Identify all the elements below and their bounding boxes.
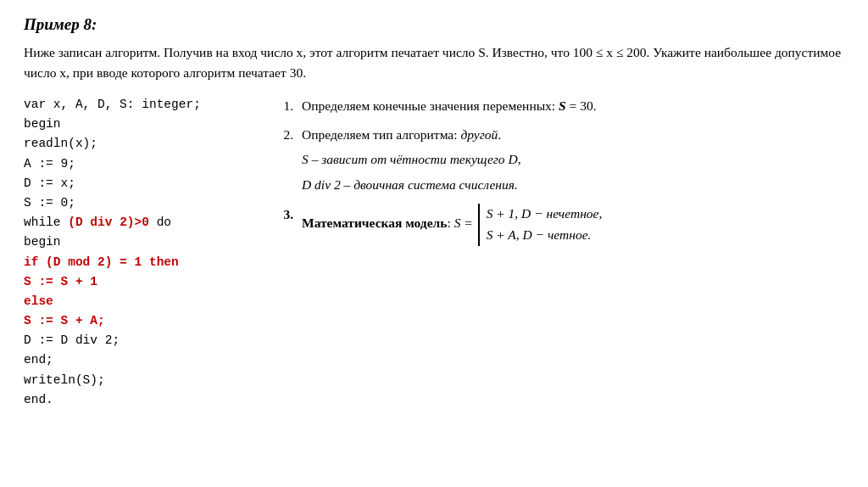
step-2-text-pre: Определяем тип алгоритма: xyxy=(302,127,460,142)
code-line-7-post: do xyxy=(149,216,171,229)
code-line-2: begin xyxy=(24,117,61,131)
step-2-num: 2. xyxy=(273,124,293,146)
step-1-text-pre: Определяем конечные значения переменных: xyxy=(302,98,559,113)
step-1-rest: = 30. xyxy=(566,98,597,113)
code-line-11-kw: else xyxy=(24,294,53,308)
code-block: var x, A, D, S: integer; begin readln(x)… xyxy=(24,95,253,410)
code-line-15: writeln(S); xyxy=(24,373,105,387)
step-3-content: Математическая модель: S = S + 1, D − не… xyxy=(302,204,844,246)
step-2-subline-2: D div 2 – двоичная система счисления. xyxy=(302,174,844,196)
code-line-14: end; xyxy=(24,353,53,367)
brace-line-2: S + A, D − четное. xyxy=(487,225,603,246)
code-line-16: end. xyxy=(24,393,53,406)
step-3-s-eq: S = xyxy=(454,216,476,231)
step-1: 1. Определяем конечные значения переменн… xyxy=(273,95,844,117)
code-line-9-cond: (D mod 2) = 1 then xyxy=(46,255,179,269)
step-2: 2. Определяем тип алгоритма: другой. S –… xyxy=(273,124,844,196)
code-line-3: readln(x); xyxy=(24,137,97,150)
code-line-7-pre: while xyxy=(24,216,68,229)
step-1-content: Определяем конечные значения переменных:… xyxy=(302,95,844,117)
code-line-8: begin xyxy=(24,235,61,249)
code-line-12-code: S := S + A; xyxy=(24,314,105,327)
code-line-5: D := x; xyxy=(24,176,75,190)
step-2-subline-1: S – зависит от чётности текущего D, xyxy=(302,148,844,171)
title: Пример 8: xyxy=(24,15,844,34)
main-layout: var x, A, D, S: integer; begin readln(x)… xyxy=(24,95,844,410)
step-1-num: 1. xyxy=(273,95,293,117)
intro-text: Ниже записан алгоритм. Получив на вход ч… xyxy=(24,42,844,83)
code-line-4: A := 9; xyxy=(24,157,75,171)
step-3-brace-block: S + 1, D − нечетное, S + A, D − четное. xyxy=(478,204,603,246)
step-3: 3. Математическая модель: S = S + 1, D −… xyxy=(273,204,844,246)
step-3-label: Математическая модель: xyxy=(302,216,454,231)
right-panel: 1. Определяем конечные значения переменн… xyxy=(273,95,844,253)
code-line-1: var x, A, D, S: integer; xyxy=(24,98,201,111)
step-2-content: Определяем тип алгоритма: другой. S – за… xyxy=(302,124,844,196)
step-3-num: 3. xyxy=(273,204,293,226)
code-line-13: D := D div 2; xyxy=(24,333,120,347)
code-line-7-cond: (D div 2)>0 xyxy=(68,216,149,229)
step-3-label-bold: Математическая модель xyxy=(302,216,447,231)
code-line-6: S := 0; xyxy=(24,196,75,210)
step-2-italic: другой xyxy=(460,127,498,142)
code-line-10-code: S := S + 1 xyxy=(24,275,97,288)
brace-line-1: S + 1, D − нечетное, xyxy=(487,204,603,225)
step-1-s: S xyxy=(559,98,566,113)
step-2-rest: . xyxy=(498,127,501,142)
code-line-9-pre: if xyxy=(24,255,46,269)
